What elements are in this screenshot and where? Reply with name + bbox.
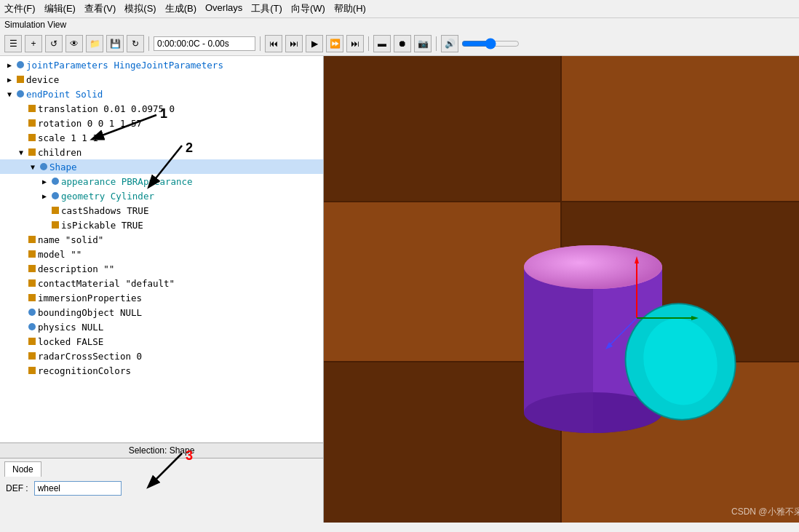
tree-item-translation[interactable]: translation 0.01 0.0975 0 — [0, 101, 323, 116]
record-btn[interactable]: ⏺ — [394, 35, 411, 52]
scene-canvas: CSDN @小雅不采微 — [324, 56, 799, 523]
skip-back-btn[interactable]: ⏮ — [265, 35, 282, 52]
tree-arrow-device[interactable]: ▶ — [4, 76, 15, 84]
sound-btn[interactable]: 🔊 — [441, 35, 458, 52]
tree-item-contactMaterial[interactable]: contactMaterial "default" — [0, 276, 323, 290]
tree-area[interactable]: ▶jointParameters HingeJointParameters▶de… — [0, 56, 323, 442]
right-panel-3d[interactable]: CSDN @小雅不采微 — [324, 56, 799, 523]
tree-label-shape: Shape — [49, 162, 77, 172]
tree-label-geometry: geometry Cylinder — [61, 191, 154, 202]
tree-icon-immersionProperties — [28, 294, 36, 301]
menu-build[interactable]: 生成(B) — [165, 2, 196, 15]
tree-label-isPickable: isPickable TRUE — [61, 220, 143, 231]
tree-item-physics[interactable]: physics NULL — [0, 319, 323, 334]
tree-icon-locked — [28, 338, 36, 345]
tree-label-name: name "solid" — [38, 234, 103, 245]
toolbar-sep3 — [368, 36, 369, 51]
tree-icon-castShadows — [52, 207, 59, 214]
left-panel: ▶jointParameters HingeJointParameters▶de… — [0, 56, 324, 523]
tree-icon-model — [28, 250, 36, 258]
menu-wizard[interactable]: 向导(W) — [291, 2, 325, 15]
tree-item-shape[interactable]: ▼Shape — [0, 159, 323, 174]
tree-label-appearance: appearance PBRAppearance — [61, 176, 193, 187]
toolbar-refresh-btn[interactable]: ↺ — [45, 35, 63, 52]
tree-item-geometry[interactable]: ▶geometry Cylinder — [0, 188, 323, 203]
tree-item-endPointSolid[interactable]: ▼endPoint Solid — [0, 87, 323, 101]
tree-arrow-appearance[interactable]: ▶ — [39, 178, 49, 186]
svg-marker-2 — [561, 56, 799, 202]
def-input[interactable] — [34, 481, 122, 496]
menu-tools[interactable]: 工具(T) — [251, 2, 282, 15]
toolbar-add-btn[interactable]: + — [25, 35, 42, 52]
step-btn[interactable]: ⏭ — [285, 35, 303, 52]
fast-fwd-btn[interactable]: ⏩ — [326, 35, 343, 52]
tree-item-boundingObject[interactable]: boundingObject NULL — [0, 305, 323, 319]
screenshot-btn[interactable]: 📷 — [414, 35, 432, 52]
tree-label-scale: scale 1 1 1 — [38, 132, 98, 143]
toolbar-reload-btn[interactable]: ↻ — [127, 35, 144, 52]
tree-icon-isPickable — [52, 221, 59, 229]
tree-icon-radarCrossSection — [28, 352, 36, 360]
tree-item-radarCrossSection[interactable]: radarCrossSection 0 — [0, 349, 323, 363]
tree-icon-geometry — [52, 192, 59, 199]
tree-label-description: description "" — [38, 263, 114, 274]
tree-arrow-jointParams[interactable]: ▶ — [4, 61, 15, 69]
toolbar-sep2 — [260, 36, 261, 51]
bottom-panel: Selection: Shape Node DEF : — [0, 442, 323, 523]
toolbar-eye-btn[interactable]: 👁 — [65, 35, 83, 52]
tree-arrow-geometry[interactable]: ▶ — [39, 192, 49, 200]
fast-fwd2-btn[interactable]: ⏭ — [346, 35, 364, 52]
time-input[interactable] — [154, 36, 255, 51]
tree-item-description[interactable]: description "" — [0, 261, 323, 276]
volume-slider[interactable] — [461, 38, 520, 49]
svg-point-14 — [524, 245, 662, 289]
tab-node[interactable]: Node — [4, 461, 41, 477]
menu-file[interactable]: 文件(F) — [4, 2, 36, 15]
tree-item-model[interactable]: model "" — [0, 247, 323, 261]
tree-label-translation: translation 0.01 0.0975 0 — [38, 103, 175, 114]
toolbar-menu-btn[interactable]: ☰ — [4, 35, 22, 52]
menu-view[interactable]: 查看(V) — [84, 2, 116, 15]
play-btn[interactable]: ▶ — [306, 35, 323, 52]
tree-label-locked: locked FALSE — [38, 336, 103, 347]
tree-item-jointParams[interactable]: ▶jointParameters HingeJointParameters — [0, 57, 323, 72]
tree-item-rotation[interactable]: rotation 0 0 1 1.57 — [0, 116, 323, 130]
toolbar: ☰ + ↺ 👁 📁 💾 ↻ ⏮ ⏭ ▶ ⏩ ⏭ ▬ ⏺ 📷 🔊 — [0, 31, 799, 56]
tree-label-model: model "" — [38, 249, 82, 260]
def-row: DEF : — [0, 477, 323, 500]
tree-icon-endPointSolid — [17, 90, 24, 98]
toolbar-save-btn[interactable]: 💾 — [106, 35, 124, 52]
tree-label-recognitionColors: recognitionColors — [38, 365, 131, 376]
tree-icon-description — [28, 265, 36, 272]
tree-item-isPickable[interactable]: isPickable TRUE — [0, 218, 323, 232]
tree-label-immersionProperties: immersionProperties — [38, 293, 142, 303]
tree-icon-jointParams — [17, 61, 24, 68]
tree-label-device: device — [26, 74, 59, 85]
record-vid-btn[interactable]: ▬ — [373, 35, 391, 52]
menu-edit[interactable]: 编辑(E) — [44, 2, 76, 15]
tree-item-scale[interactable]: scale 1 1 1 — [0, 130, 323, 145]
tree-item-recognitionColors[interactable]: recognitionColors — [0, 363, 323, 378]
tree-item-name[interactable]: name "solid" — [0, 232, 323, 247]
toolbar-folder-btn[interactable]: 📁 — [86, 35, 103, 52]
tree-item-device[interactable]: ▶device — [0, 72, 323, 87]
tree-item-immersionProperties[interactable]: immersionProperties — [0, 290, 323, 305]
toolbar-sep1 — [148, 36, 149, 51]
menu-overlays[interactable]: Overlays — [205, 2, 242, 15]
selection-bar: Selection: Shape — [0, 443, 323, 458]
tree-item-castShadows[interactable]: castShadows TRUE — [0, 203, 323, 218]
tree-label-radarCrossSection: radarCrossSection 0 — [38, 351, 142, 362]
tree-label-boundingObject: boundingObject NULL — [38, 307, 142, 318]
tree-item-children[interactable]: ▼children — [0, 145, 323, 159]
menu-help[interactable]: 帮助(H) — [334, 2, 366, 15]
tree-label-jointParams: jointParameters HingeJointParameters — [26, 60, 223, 71]
tree-item-locked[interactable]: locked FALSE — [0, 334, 323, 349]
watermark: CSDN @小雅不采微 — [731, 507, 799, 517]
tree-item-appearance[interactable]: ▶appearance PBRAppearance — [0, 174, 323, 188]
tree-arrow-shape[interactable]: ▼ — [28, 163, 38, 171]
menu-simulate[interactable]: 模拟(S) — [124, 2, 156, 15]
tree-icon-contactMaterial — [28, 279, 36, 287]
tree-arrow-children[interactable]: ▼ — [16, 148, 26, 156]
tree-arrow-endPointSolid[interactable]: ▼ — [4, 90, 15, 98]
tree-icon-rotation — [28, 119, 36, 127]
